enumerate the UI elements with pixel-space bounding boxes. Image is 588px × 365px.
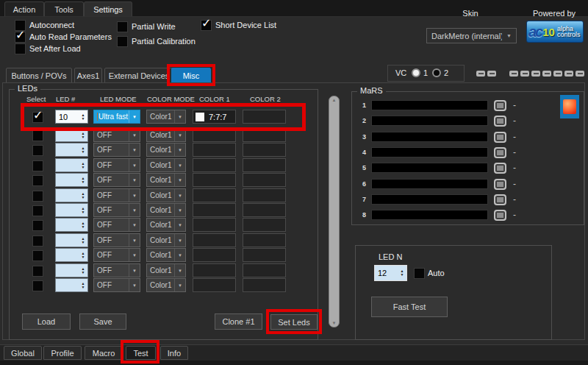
scroll-up-icon[interactable]: ▲: [329, 98, 339, 102]
led-mode-dropdown[interactable]: OFF▼: [93, 128, 140, 142]
short-device-list-checkbox[interactable]: ✓: [201, 20, 212, 31]
led-color-indicator[interactable]: [560, 95, 579, 118]
set-leds-button[interactable]: Set Leds: [270, 314, 318, 330]
color-mode-dropdown[interactable]: Color1▼: [146, 278, 186, 292]
led-number-spinner[interactable]: ▲▼: [55, 143, 88, 157]
spinner-arrows-icon[interactable]: ▲▼: [79, 234, 87, 247]
led-number-spinner[interactable]: ▲▼: [55, 173, 88, 187]
partial-write-checkbox[interactable]: [117, 21, 128, 32]
color1-box[interactable]: [193, 278, 236, 292]
vc-radio-2[interactable]: [432, 68, 441, 77]
color2-box[interactable]: [243, 233, 286, 247]
led-mode-dropdown[interactable]: OFF▼: [93, 143, 140, 157]
color2-box[interactable]: [243, 218, 286, 232]
spinner-arrows-icon[interactable]: ▲▼: [79, 110, 87, 123]
led-number-spinner[interactable]: ▲▼: [55, 278, 88, 292]
tab-external-devices[interactable]: External Devices: [104, 68, 173, 83]
led-number-spinner[interactable]: ▲▼: [55, 158, 88, 172]
spinner-arrows-icon[interactable]: ▲▼: [398, 266, 406, 280]
led-row-select-checkbox[interactable]: ✓: [32, 112, 43, 123]
leds-scrollbar[interactable]: ▲ ▼: [329, 96, 340, 327]
led-row-select-checkbox[interactable]: [32, 130, 43, 141]
led-row-select-checkbox[interactable]: [32, 220, 43, 231]
spinner-arrows-icon[interactable]: ▲▼: [79, 143, 87, 156]
color2-box[interactable]: [243, 158, 286, 172]
led-mode-dropdown[interactable]: OFF▼: [93, 263, 140, 277]
mars-row-button[interactable]: [494, 210, 506, 221]
spinner-arrows-icon[interactable]: ▲▼: [79, 174, 87, 186]
spinner-arrows-icon[interactable]: ▲▼: [79, 279, 87, 291]
color1-box[interactable]: [193, 173, 236, 187]
skin-dropdown[interactable]: DarkMetro (internal) ▼: [426, 28, 517, 43]
color1-box[interactable]: [193, 233, 236, 247]
led-number-spinner[interactable]: ▲▼: [55, 233, 88, 247]
save-button[interactable]: Save: [79, 313, 126, 330]
led-row-select-checkbox[interactable]: [32, 191, 43, 202]
bottom-tab-global[interactable]: Global: [4, 346, 42, 360]
led-mode-dropdown[interactable]: OFF▼: [93, 188, 140, 202]
color2-box[interactable]: [243, 128, 286, 142]
color1-box[interactable]: 7:7:7: [193, 110, 236, 124]
color1-box[interactable]: [193, 188, 236, 202]
led-number-spinner[interactable]: ▲▼: [55, 188, 88, 202]
color2-box[interactable]: [243, 188, 286, 202]
led-number-spinner[interactable]: 10▲▼: [55, 110, 88, 124]
led-row-select-checkbox[interactable]: [32, 250, 43, 261]
tab-misc[interactable]: Misc: [171, 68, 211, 83]
color2-box[interactable]: [243, 248, 286, 262]
mars-row-button[interactable]: [494, 116, 506, 127]
spinner-arrows-icon[interactable]: ▲▼: [79, 159, 87, 171]
load-button[interactable]: Load: [22, 313, 71, 330]
led-number-spinner[interactable]: ▲▼: [55, 218, 88, 232]
led-mode-dropdown[interactable]: Ultra fast▼: [93, 110, 140, 124]
led-row-select-checkbox[interactable]: [32, 205, 43, 216]
color-mode-dropdown[interactable]: Color1▼: [146, 158, 186, 172]
scroll-down-icon[interactable]: ▼: [329, 321, 339, 325]
led-row-select-checkbox[interactable]: [32, 280, 43, 291]
led-row-select-checkbox[interactable]: [32, 235, 43, 247]
led-row-select-checkbox[interactable]: [32, 175, 43, 186]
color-mode-dropdown[interactable]: Color1▼: [146, 218, 186, 232]
spinner-arrows-icon[interactable]: ▲▼: [79, 219, 87, 231]
led-number-spinner[interactable]: ▲▼: [55, 128, 88, 142]
mars-row-button[interactable]: [494, 179, 506, 190]
led-row-select-checkbox[interactable]: [32, 145, 43, 156]
mars-row-button[interactable]: [494, 163, 506, 174]
led-mode-dropdown[interactable]: OFF▼: [93, 278, 140, 292]
bottom-tab-macro[interactable]: Macro: [85, 346, 123, 360]
tab-buttons-povs[interactable]: Buttons / POVs: [6, 68, 72, 83]
color-mode-dropdown[interactable]: Color1▼: [146, 188, 186, 202]
color1-box[interactable]: [193, 158, 236, 172]
led-mode-dropdown[interactable]: OFF▼: [93, 248, 140, 262]
spinner-arrows-icon[interactable]: ▲▼: [79, 249, 87, 261]
led-mode-dropdown[interactable]: OFF▼: [93, 173, 140, 187]
spinner-arrows-icon[interactable]: ▲▼: [79, 189, 87, 202]
color2-box[interactable]: [243, 143, 286, 157]
led-mode-dropdown[interactable]: OFF▼: [93, 158, 140, 172]
led-number-spinner[interactable]: ▲▼: [55, 203, 88, 217]
vc-radio-1[interactable]: [412, 68, 420, 77]
led-mode-dropdown[interactable]: OFF▼: [93, 203, 140, 217]
menu-tab-tools[interactable]: Tools: [44, 1, 84, 16]
menu-tab-settings[interactable]: Settings: [84, 1, 132, 16]
color2-box[interactable]: [243, 263, 286, 277]
color2-box[interactable]: [243, 278, 286, 292]
color2-box[interactable]: [243, 173, 286, 187]
partial-calibration-checkbox[interactable]: [117, 36, 128, 47]
color1-box[interactable]: [193, 128, 236, 142]
auto-checkbox[interactable]: [414, 268, 425, 279]
led-n-spinner[interactable]: 12 ▲▼: [374, 265, 407, 281]
color-mode-dropdown[interactable]: Color1▼: [146, 248, 186, 262]
tab-axes1[interactable]: Axes1: [74, 68, 102, 83]
bottom-tab-info[interactable]: Info: [160, 346, 188, 360]
bottom-tab-test[interactable]: Test: [126, 346, 156, 360]
color-mode-dropdown[interactable]: Color1▼: [146, 110, 186, 124]
color1-box[interactable]: [193, 218, 236, 232]
menu-tab-action[interactable]: Action: [4, 1, 44, 16]
color-mode-dropdown[interactable]: Color1▼: [146, 233, 186, 247]
color-mode-dropdown[interactable]: Color1▼: [146, 203, 186, 217]
mars-row-button[interactable]: [494, 194, 506, 205]
led-row-select-checkbox[interactable]: [32, 160, 43, 171]
color-mode-dropdown[interactable]: Color1▼: [146, 143, 186, 157]
clone-button[interactable]: Clone #1: [215, 313, 262, 330]
